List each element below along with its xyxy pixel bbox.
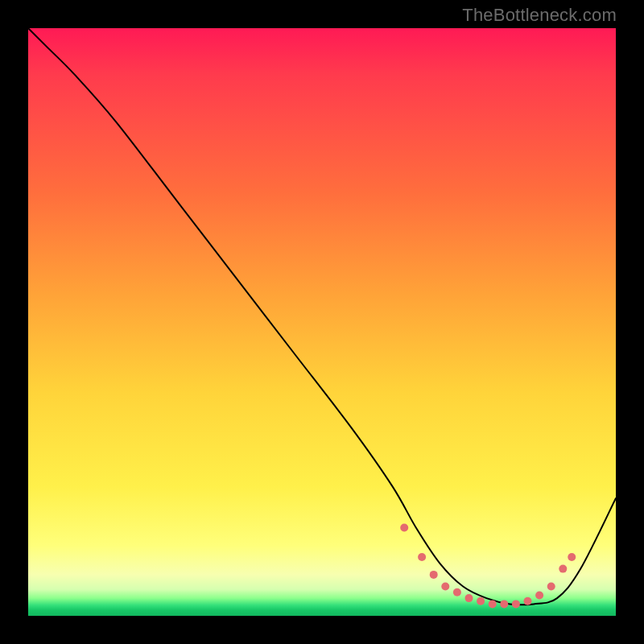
marker-dot [477, 597, 485, 605]
curve-svg [28, 28, 616, 616]
marker-dot [465, 594, 473, 602]
marker-dot [418, 553, 426, 561]
marker-dot [430, 571, 438, 579]
chart-frame: TheBottleneck.com [0, 0, 644, 644]
marker-dots [400, 524, 576, 609]
marker-dot [500, 600, 508, 608]
plot-area [28, 28, 616, 616]
main-curve [28, 28, 616, 605]
watermark-text: TheBottleneck.com [462, 5, 617, 26]
marker-dot [489, 600, 497, 608]
marker-dot [535, 591, 543, 599]
marker-dot [441, 583, 449, 591]
marker-dot [559, 565, 567, 573]
marker-dot [453, 588, 461, 597]
marker-dot [400, 524, 408, 532]
marker-dot [568, 553, 576, 561]
marker-dot [512, 600, 520, 608]
marker-dot [547, 583, 555, 591]
marker-dot [524, 597, 532, 605]
